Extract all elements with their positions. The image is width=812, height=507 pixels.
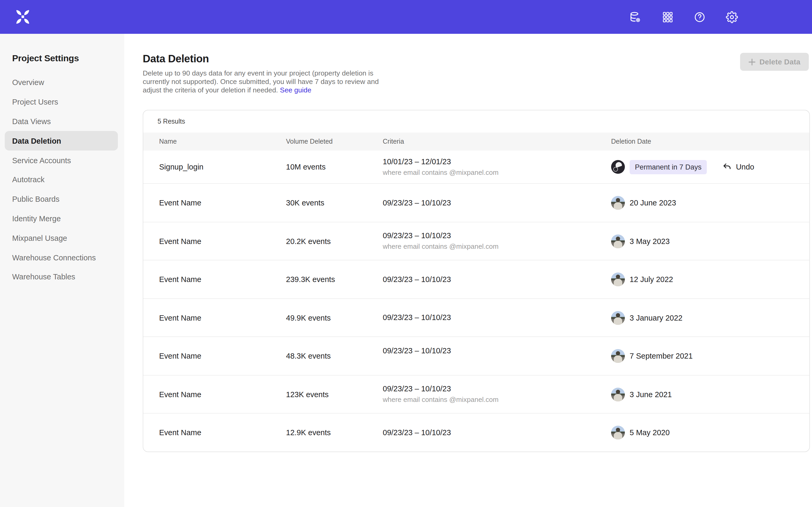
user-avatar — [611, 387, 625, 401]
user-avatar — [611, 234, 625, 248]
table-body: Signup_login 10M events 10/01/23 – 12/01… — [143, 151, 809, 452]
criteria-cell: 09/23/23 – 10/10/23 — [383, 197, 611, 208]
sidebar-item-data-deletion[interactable]: Data Deletion — [5, 131, 118, 151]
sidebar-item-data-views[interactable]: Data Views — [5, 112, 118, 131]
user-avatar — [611, 196, 625, 210]
delete-data-button[interactable]: Delete Data — [740, 53, 809, 71]
table-row: Signup_login 10M events 10/01/23 – 12/01… — [143, 151, 809, 183]
topbar-icon-group — [629, 0, 738, 34]
event-name: Event Name — [159, 237, 286, 245]
settings-gear-icon[interactable] — [726, 11, 738, 23]
criteria-cell: 09/23/23 – 10/10/23 where email contains… — [383, 383, 611, 405]
deletion-date-cell: 7 September 2021 — [611, 349, 809, 363]
criteria-cell: 09/23/23 – 10/10/23 — [383, 427, 611, 438]
deletion-date-cell: 3 June 2021 — [611, 387, 809, 401]
criteria-filter: where email contains @mixpanel.com — [383, 167, 611, 178]
deletion-date-cell: 20 June 2023 — [611, 196, 809, 210]
sidebar-item-warehouse-tables[interactable]: Warehouse Tables — [5, 267, 118, 287]
data-management-icon[interactable] — [629, 11, 641, 23]
sidebar-item-public-boards[interactable]: Public Boards — [5, 189, 118, 209]
delete-data-label: Delete Data — [759, 58, 800, 66]
criteria-date-range: 09/23/23 – 10/10/23 — [383, 383, 611, 395]
deletion-date: 3 May 2023 — [629, 237, 670, 245]
deletion-date: 7 September 2021 — [629, 352, 693, 360]
user-avatar — [611, 273, 625, 286]
event-name: Event Name — [159, 199, 286, 207]
sidebar: Project Settings OverviewProject UsersDa… — [0, 34, 124, 507]
volume-deleted: 12.9K events — [286, 428, 383, 437]
undo-label: Undo — [736, 163, 754, 171]
table-header-row: Name Volume Deleted Criteria Deletion Da… — [143, 133, 809, 151]
help-icon[interactable] — [694, 11, 706, 23]
results-count: 5 Results — [143, 111, 809, 133]
sidebar-item-service-accounts[interactable]: Service Accounts — [5, 151, 118, 170]
user-avatar — [611, 160, 625, 174]
deletion-date-cell: Permanent in 7 Days Undo — [611, 160, 809, 174]
sidebar-item-overview[interactable]: Overview — [5, 73, 118, 93]
event-name: Event Name — [159, 352, 286, 360]
table-row: Event Name 48.3K events 09/23/23 – 10/10… — [143, 337, 809, 375]
criteria-date-range: 09/23/23 – 10/10/23 — [383, 312, 611, 323]
criteria-cell: 09/23/23 – 10/10/23 where email contains… — [383, 230, 611, 252]
deletion-date: 3 January 2022 — [629, 314, 682, 322]
criteria-date-range: 09/23/23 – 10/10/23 — [383, 197, 611, 208]
event-name: Event Name — [159, 428, 286, 437]
sidebar-item-identity-merge[interactable]: Identity Merge — [5, 209, 118, 228]
volume-deleted: 49.9K events — [286, 314, 383, 322]
table-row: Event Name 123K events 09/23/23 – 10/10/… — [143, 375, 809, 413]
criteria-filter — [383, 356, 611, 367]
volume-deleted: 10M events — [286, 163, 383, 171]
criteria-date-range: 09/23/23 – 10/10/23 — [383, 427, 611, 438]
deletion-date: 20 June 2023 — [629, 199, 676, 207]
sidebar-item-mixpanel-usage[interactable]: Mixpanel Usage — [5, 228, 118, 248]
main-content: Data Deletion Delete up to 90 days data … — [124, 34, 812, 507]
page-header: Data Deletion Delete up to 90 days data … — [143, 53, 810, 94]
column-header-volume-deleted: Volume Deleted — [286, 138, 383, 146]
volume-deleted: 30K events — [286, 199, 383, 207]
criteria-cell: 10/01/23 – 12/01/23 where email contains… — [383, 156, 611, 178]
criteria-filter: where email contains @mixpanel.com — [383, 241, 611, 252]
plus-icon — [748, 58, 755, 65]
volume-deleted: 239.3K events — [286, 275, 383, 284]
table-row: Event Name 30K events 09/23/23 – 10/10/2… — [143, 183, 809, 222]
status-badge: Permanent in 7 Days — [629, 160, 707, 174]
table-row: Event Name 20.2K events 09/23/23 – 10/10… — [143, 222, 809, 260]
user-avatar — [611, 426, 625, 439]
event-name: Event Name — [159, 314, 286, 322]
deletions-table-card: 5 Results Name Volume Deleted Criteria D… — [143, 110, 810, 452]
description-text: Delete up to 90 days data for any event … — [143, 69, 379, 94]
mixpanel-logo[interactable] — [15, 9, 31, 24]
undo-icon — [722, 162, 732, 172]
criteria-date-range: 09/23/23 – 10/10/23 — [383, 230, 611, 241]
topbar — [0, 0, 812, 34]
criteria-date-range: 09/23/23 – 10/10/23 — [383, 345, 611, 356]
user-avatar — [611, 311, 625, 325]
volume-deleted: 20.2K events — [286, 237, 383, 245]
table-row: Event Name 239.3K events 09/23/23 – 10/1… — [143, 260, 809, 298]
user-avatar — [611, 349, 625, 363]
criteria-cell: 09/23/23 – 10/10/23 — [383, 274, 611, 285]
criteria-cell: 09/23/23 – 10/10/23 — [383, 345, 611, 367]
undo-button[interactable]: Undo — [722, 162, 754, 172]
deletion-date-cell: 3 January 2022 — [611, 311, 809, 325]
criteria-cell: 09/23/23 – 10/10/23 — [383, 312, 611, 323]
app-window: Project Settings OverviewProject UsersDa… — [0, 0, 812, 507]
deletion-date: 5 May 2020 — [629, 428, 670, 437]
see-guide-link[interactable]: See guide — [280, 86, 311, 94]
sidebar-item-project-users[interactable]: Project Users — [5, 93, 118, 112]
page-title: Data Deletion — [143, 53, 810, 65]
deletion-date-cell: 5 May 2020 — [611, 426, 809, 439]
apps-grid-icon[interactable] — [661, 11, 673, 23]
sidebar-item-autotrack[interactable]: Autotrack — [5, 170, 118, 189]
table-row: Event Name 49.9K events 09/23/23 – 10/10… — [143, 298, 809, 337]
page-description: Delete up to 90 days data for any event … — [143, 69, 383, 94]
deletion-date-cell: 3 May 2023 — [611, 234, 809, 248]
event-name: Event Name — [159, 390, 286, 398]
event-name: Event Name — [159, 275, 286, 284]
volume-deleted: 48.3K events — [286, 352, 383, 360]
sidebar-item-warehouse-connections[interactable]: Warehouse Connections — [5, 248, 118, 267]
deletion-date-cell: 12 July 2022 — [611, 273, 809, 286]
column-header-deletion-date: Deletion Date — [611, 138, 809, 146]
criteria-date-range: 09/23/23 – 10/10/23 — [383, 274, 611, 285]
volume-deleted: 123K events — [286, 390, 383, 398]
